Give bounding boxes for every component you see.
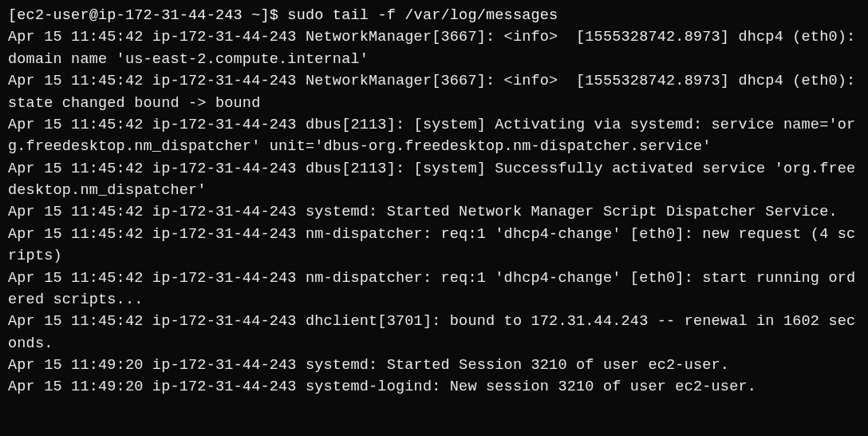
terminal-window[interactable]: [ec2-user@ip-172-31-44-243 ~]$ sudo tail…: [8, 5, 860, 398]
command-text: sudo tail -f /var/log/messages: [287, 7, 558, 24]
log-line: Apr 15 11:49:20 ip-172-31-44-243 systemd…: [8, 379, 756, 395]
log-line: Apr 15 11:45:42 ip-172-31-44-243 systemd…: [8, 204, 838, 220]
log-line: Apr 15 11:45:42 ip-172-31-44-243 nm-disp…: [8, 226, 855, 264]
log-line: Apr 15 11:45:42 ip-172-31-44-243 nm-disp…: [8, 270, 855, 308]
shell-prompt: [ec2-user@ip-172-31-44-243 ~]$: [8, 7, 287, 24]
log-line: Apr 15 11:45:42 ip-172-31-44-243 dhclien…: [8, 313, 855, 351]
log-line: Apr 15 11:45:42 ip-172-31-44-243 Network…: [8, 73, 865, 111]
log-line: Apr 15 11:45:42 ip-172-31-44-243 dbus[21…: [8, 117, 855, 155]
log-line: Apr 15 11:49:20 ip-172-31-44-243 systemd…: [8, 357, 729, 374]
command-line: [ec2-user@ip-172-31-44-243 ~]$ sudo tail…: [8, 7, 558, 24]
log-line: Apr 15 11:45:42 ip-172-31-44-243 Network…: [8, 29, 868, 67]
log-line: Apr 15 11:45:42 ip-172-31-44-243 dbus[21…: [8, 161, 855, 199]
